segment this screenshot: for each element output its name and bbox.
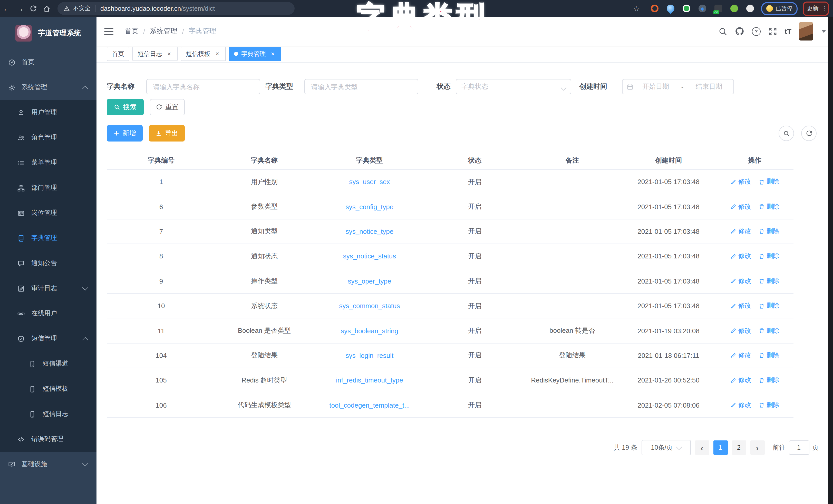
dict-type-input[interactable]	[304, 79, 418, 94]
dict-name-input[interactable]	[146, 79, 260, 94]
url-host[interactable]: dashboard.yudao.iocoder.cn	[100, 5, 181, 12]
delete-button[interactable]: 删除	[758, 401, 779, 409]
delete-button[interactable]: 删除	[758, 252, 779, 261]
sidebar-item-menu-management[interactable]: 菜单管理	[0, 150, 96, 175]
cell-type-link[interactable]: tool_codegen_template_t...	[313, 401, 426, 409]
search-button[interactable]: 搜索	[107, 99, 144, 116]
next-page-button[interactable]	[750, 440, 764, 455]
security-label[interactable]: 不安全	[73, 5, 91, 12]
add-button[interactable]: 新增	[107, 125, 143, 142]
extension-icon[interactable]	[730, 5, 738, 12]
fullscreen-icon[interactable]	[768, 27, 777, 35]
edit-button[interactable]: 修改	[730, 277, 751, 285]
tab-home[interactable]: 首页	[107, 47, 129, 61]
browser-reload-icon[interactable]	[27, 5, 40, 12]
goto-page-input[interactable]	[789, 440, 809, 455]
sidebar-item-sms-template[interactable]: 短信模板	[0, 376, 96, 401]
refresh-table-button[interactable]	[801, 126, 816, 141]
sidebar-item-user-management[interactable]: 用户管理	[0, 100, 96, 125]
browser-forward-icon[interactable]: →	[13, 0, 27, 17]
edit-button[interactable]: 修改	[730, 301, 751, 310]
sidebar-item-post-management[interactable]: 岗位管理	[0, 200, 96, 226]
app-logo-row[interactable]: 芋道管理系统	[0, 17, 96, 50]
extension-icon[interactable]: on	[714, 5, 722, 12]
sidebar-item-notice-announcement[interactable]: 通知公告	[0, 251, 96, 276]
status-select[interactable]: 字典状态	[456, 79, 571, 94]
address-bar[interactable]: 不安全 dashboard.yudao.iocoder.cn /system/d…	[57, 2, 294, 15]
bookmark-star-icon[interactable]: ☆	[633, 4, 640, 12]
hamburger-menu-icon[interactable]	[104, 28, 114, 35]
page-button-1[interactable]: 1	[713, 440, 728, 455]
sidebar-item-dict-management[interactable]: 字典管理	[0, 226, 96, 251]
sidebar-item-sms-management[interactable]: 短信管理	[0, 326, 96, 351]
sidebar-item-infrastructure[interactable]: 基础设施	[0, 452, 96, 477]
chrome-update-button[interactable]: 更新 ⋮	[803, 1, 829, 16]
dict-name-input-field[interactable]	[152, 82, 255, 91]
cell-type-link[interactable]: sys_oper_type	[313, 277, 426, 285]
browser-back-icon[interactable]: ←	[0, 0, 13, 17]
delete-button[interactable]: 删除	[758, 376, 779, 385]
tab-sms-log[interactable]: 短信日志	[133, 47, 177, 61]
delete-button[interactable]: 删除	[758, 326, 779, 335]
cell-type-link[interactable]: sys_boolean_string	[313, 327, 426, 334]
date-end-placeholder[interactable]: 结束日期	[689, 82, 729, 91]
search-icon[interactable]	[718, 27, 727, 35]
page-button-2[interactable]: 2	[732, 440, 746, 455]
font-size-icon[interactable]	[785, 27, 791, 35]
caret-down-icon[interactable]	[822, 30, 826, 32]
extension-icon[interactable]	[683, 5, 690, 12]
close-icon[interactable]	[166, 51, 172, 57]
breadcrumb-home[interactable]: 首页	[125, 27, 139, 36]
menu-kebab-icon[interactable]: ⋮	[822, 6, 825, 10]
edit-button[interactable]: 修改	[730, 401, 751, 409]
scrollbar[interactable]	[828, 17, 833, 504]
delete-button[interactable]: 删除	[758, 351, 779, 360]
close-icon[interactable]	[214, 51, 221, 57]
profile-paused-button[interactable]: 已暂停	[761, 2, 798, 15]
sidebar-item-audit-log[interactable]: 审计日志	[0, 276, 96, 301]
prev-page-button[interactable]	[695, 440, 709, 455]
extension-icon[interactable]	[746, 5, 754, 12]
cell-type-link[interactable]: sys_notice_type	[313, 228, 426, 235]
extension-icon[interactable]	[665, 3, 676, 14]
close-icon[interactable]	[269, 51, 276, 57]
breadcrumb-system[interactable]: 系统管理	[150, 27, 177, 36]
cell-type-link[interactable]: sys_user_sex	[313, 178, 426, 185]
dict-type-input-field[interactable]	[310, 82, 413, 91]
page-size-select[interactable]: 10条/页	[641, 440, 691, 455]
edit-button[interactable]: 修改	[730, 227, 751, 236]
tab-sms-template[interactable]: 短信模板	[181, 47, 226, 61]
help-icon[interactable]: ?	[752, 27, 761, 35]
extension-icon[interactable]: ◆	[698, 5, 706, 12]
sidebar-item-online-users[interactable]: 在线用户	[0, 301, 96, 326]
extension-icon[interactable]	[651, 5, 659, 12]
delete-button[interactable]: 删除	[758, 177, 779, 186]
browser-home-icon[interactable]	[40, 5, 53, 12]
github-icon[interactable]	[735, 27, 744, 36]
show-search-toggle-button[interactable]	[779, 126, 794, 141]
sidebar-item-sms-channel[interactable]: 短信渠道	[0, 351, 96, 376]
edit-button[interactable]: 修改	[730, 202, 751, 211]
edit-button[interactable]: 修改	[730, 252, 751, 261]
url-path[interactable]: /system/dict	[181, 5, 215, 12]
cell-type-link[interactable]: sys_config_type	[313, 203, 426, 210]
edit-button[interactable]: 修改	[730, 351, 751, 360]
sidebar-item-error-code-management[interactable]: 错误码管理	[0, 427, 96, 452]
date-start-placeholder[interactable]: 开始日期	[636, 82, 676, 91]
sidebar-item-sms-log[interactable]: 短信日志	[0, 401, 96, 427]
delete-button[interactable]: 删除	[758, 277, 779, 285]
edit-button[interactable]: 修改	[730, 326, 751, 335]
delete-button[interactable]: 删除	[758, 227, 779, 236]
delete-button[interactable]: 删除	[758, 202, 779, 211]
export-button[interactable]: 导出	[149, 125, 185, 142]
cell-type-link[interactable]: sys_notice_status	[313, 253, 426, 260]
cell-type-link[interactable]: sys_common_status	[313, 302, 426, 310]
edit-button[interactable]: 修改	[730, 376, 751, 385]
reset-button[interactable]: 重置	[150, 99, 185, 116]
edit-button[interactable]: 修改	[730, 177, 751, 186]
delete-button[interactable]: 删除	[758, 301, 779, 310]
cell-type-link[interactable]: sys_login_result	[313, 352, 426, 359]
sidebar-item-department-management[interactable]: 部门管理	[0, 175, 96, 200]
date-range-picker[interactable]: 开始日期 - 结束日期	[622, 79, 734, 94]
sidebar-item-role-management[interactable]: 角色管理	[0, 125, 96, 150]
